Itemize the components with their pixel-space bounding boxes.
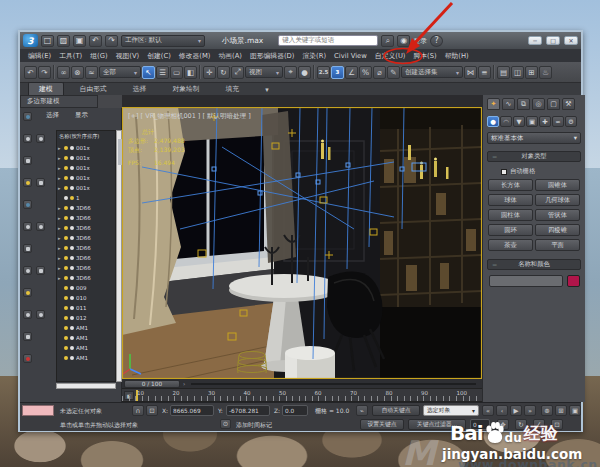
z-coordinate-field[interactable]: 0.0	[282, 405, 308, 416]
explorer-row[interactable]: ▸3D66	[58, 213, 115, 223]
explorer-menu-select[interactable]: 选择	[46, 111, 59, 120]
undo-icon[interactable]: ↶	[24, 66, 37, 79]
explorer-row[interactable]: AM1	[58, 353, 115, 363]
snap-3-icon[interactable]: 3	[331, 66, 344, 79]
explorer-row[interactable]: ▸3D66	[58, 243, 115, 253]
schematic-view-icon[interactable]: ⊞	[525, 66, 538, 79]
display-helpers-icon[interactable]	[23, 222, 32, 231]
ribbon-minimize-icon[interactable]: ▾	[255, 85, 278, 95]
cameras-category-icon[interactable]: ▣	[526, 116, 538, 127]
menu-civil-view[interactable]: Civil View	[332, 51, 369, 61]
time-slider-next-icon[interactable]: ›	[183, 380, 185, 387]
search-icon[interactable]: ⌕	[381, 35, 394, 47]
curve-editor-icon[interactable]: ◫	[511, 66, 524, 79]
explorer-row[interactable]: ▸3D66	[58, 273, 115, 283]
tab-freeform[interactable]: 自由形式	[70, 83, 117, 95]
keyboard-override-icon[interactable]: ✎	[387, 66, 400, 79]
explorer-row[interactable]: ▸001x	[58, 163, 115, 173]
sync-icon[interactable]	[36, 310, 45, 319]
display-xrefs-icon[interactable]	[23, 288, 32, 297]
tab-populate[interactable]: 填充	[216, 83, 250, 95]
explorer-row[interactable]: ▸001x	[58, 143, 115, 153]
explorer-row[interactable]: ▸001x	[58, 173, 115, 183]
object-color-swatch[interactable]	[567, 275, 580, 287]
workspace-dropdown[interactable]: 工作区: 默认 ▾	[121, 35, 205, 47]
motion-tab-icon[interactable]: ◎	[532, 98, 545, 110]
maxscript-mini-listener[interactable]	[22, 405, 54, 416]
display-bones-icon[interactable]	[23, 310, 32, 319]
explorer-row[interactable]: ▸3D66	[58, 223, 115, 233]
explorer-column-header[interactable]: 名称(按升序排序)	[59, 133, 99, 140]
snap-25-icon[interactable]: 2.5	[317, 66, 330, 79]
explorer-menu-display[interactable]: 显示	[75, 111, 88, 120]
filter-icon[interactable]	[36, 178, 45, 187]
box-button[interactable]: 长方体	[488, 179, 533, 191]
display-frozen-icon[interactable]	[23, 354, 32, 363]
helpers-category-icon[interactable]: ✚	[539, 116, 551, 127]
menu-modifiers[interactable]: 修改器(M)	[177, 50, 213, 62]
viewport[interactable]: [+] [ VR_物理相机001 ] [ 默认明暗处理 ] 总计 多边形: 2,…	[122, 107, 482, 379]
create-tab-icon[interactable]: ✦	[487, 98, 500, 110]
new-file-icon[interactable]: □	[41, 35, 54, 47]
tab-selection[interactable]: 选择	[123, 83, 157, 95]
save-file-icon[interactable]: ▣	[73, 35, 86, 47]
scale-icon[interactable]: ⤢	[231, 66, 244, 79]
redo-icon[interactable]: ↷	[38, 66, 51, 79]
explorer-row[interactable]: ▸001x	[58, 153, 115, 163]
x-coordinate-field[interactable]: 8665.069	[170, 405, 214, 416]
time-slider-handle[interactable]: 0 / 100	[124, 380, 180, 388]
explorer-row[interactable]: AM1	[58, 343, 115, 353]
time-slider[interactable]: 0 / 100 ›	[122, 379, 482, 389]
unlink-icon[interactable]: ⊗	[71, 66, 84, 79]
menu-edit[interactable]: 编辑(E)	[26, 50, 53, 62]
minimize-button[interactable]: ─	[528, 36, 542, 45]
spacewarps-category-icon[interactable]: ≈	[552, 116, 564, 127]
layer-manager-icon[interactable]: ▤	[497, 66, 510, 79]
sphere-button[interactable]: 球体	[488, 194, 533, 206]
menu-help[interactable]: 帮助(H)	[443, 50, 471, 62]
stool[interactable]	[285, 346, 335, 379]
menu-rendering[interactable]: 渲染(R)	[300, 50, 328, 62]
align-icon[interactable]: ≡	[478, 66, 491, 79]
coord-system-dropdown[interactable]: 视图 ▾	[245, 66, 283, 78]
explorer-row[interactable]: 1	[58, 193, 115, 203]
move-icon[interactable]: ✛	[203, 66, 216, 79]
undo-icon[interactable]: ↶	[89, 35, 102, 47]
modify-tab-icon[interactable]: ∿	[502, 98, 515, 110]
display-tab-icon[interactable]: ▢	[547, 98, 560, 110]
ribbon-panel-polygon-modeling[interactable]: 多边形建模	[20, 95, 98, 108]
named-selection-sets-dropdown[interactable]: 创建选择集 ▾	[401, 66, 463, 78]
redo-icon[interactable]: ↷	[105, 35, 118, 47]
selection-region-icon[interactable]: ▭	[170, 66, 183, 79]
cylinder-button[interactable]: 圆柱体	[488, 209, 533, 221]
display-shapes-icon[interactable]	[23, 156, 32, 165]
geosphere-button[interactable]: 几何球体	[535, 194, 580, 206]
menu-create[interactable]: 创建(C)	[145, 50, 173, 62]
absolute-offset-icon[interactable]: ⊡	[146, 405, 158, 416]
explorer-row[interactable]: ▸3D66	[58, 203, 115, 213]
explorer-horizontal-scrollbar[interactable]	[56, 383, 116, 389]
time-slider-groove[interactable]	[191, 383, 476, 385]
explorer-row[interactable]: 010	[58, 293, 115, 303]
menu-tools[interactable]: 工具(T)	[57, 50, 84, 62]
select-by-name-icon[interactable]: ☰	[156, 66, 169, 79]
selection-center-icon[interactable]: ●	[298, 66, 311, 79]
systems-category-icon[interactable]: ⚙	[565, 116, 577, 127]
tab-object-paint[interactable]: 对象绘制	[162, 83, 209, 95]
select-link-icon[interactable]: ∞	[57, 66, 70, 79]
menu-views[interactable]: 视图(V)	[114, 50, 142, 62]
pyramid-button[interactable]: 四棱锥	[535, 224, 580, 236]
cone-button[interactable]: 圆锥体	[535, 179, 580, 191]
checkbox-icon[interactable]	[501, 169, 507, 175]
object-name-field[interactable]	[489, 275, 563, 287]
angle-snap-icon[interactable]: ∠	[345, 66, 358, 79]
explorer-row[interactable]: AM1	[58, 323, 115, 333]
torus-button[interactable]: 圆环	[488, 224, 533, 236]
tube-button[interactable]: 管状体	[535, 209, 580, 221]
selection-lock-icon[interactable]: ∩	[132, 405, 144, 416]
primitive-category-dropdown[interactable]: 标准基本体 ▾	[487, 132, 581, 144]
close-button[interactable]: ✕	[564, 36, 578, 45]
display-all-icon[interactable]	[23, 112, 32, 121]
explorer-row[interactable]: ▸3D66	[58, 253, 115, 263]
hierarchy-tab-icon[interactable]: ⧉	[517, 98, 530, 110]
